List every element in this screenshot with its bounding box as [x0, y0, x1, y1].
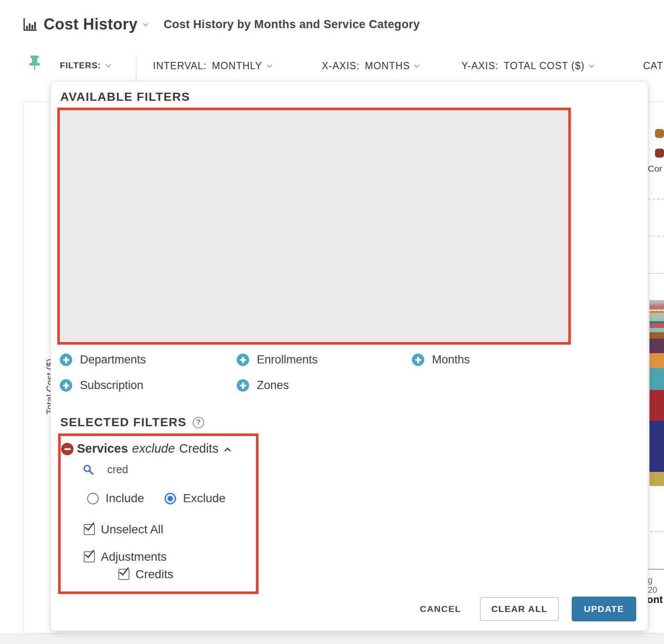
adjustments-row: Adjustments [84, 550, 167, 564]
x-axis-label: X-AXIS: [322, 60, 360, 72]
bar-segment [649, 332, 664, 339]
unselect-all-label[interactable]: Unselect All [101, 523, 163, 536]
filters-dropdown[interactable]: FILTERS: [60, 61, 110, 70]
bar-segment [649, 300, 664, 304]
legend-swatch [655, 129, 664, 138]
report-subtitle: Cost History by Months and Service Categ… [164, 18, 420, 31]
categories-label-truncated: CAT [643, 60, 663, 72]
bar-segment [649, 313, 664, 317]
chart-gridline [648, 273, 664, 274]
chevron-down-icon [106, 62, 111, 67]
help-icon[interactable] [193, 417, 204, 428]
bar-segment [649, 306, 664, 309]
exclude-radio-label[interactable]: Exclude [183, 492, 226, 505]
adjustments-label[interactable]: Adjustments [101, 550, 167, 564]
bar-segment [649, 317, 664, 321]
x-tick-label-fragment: g 20 [648, 575, 664, 595]
chevron-up-icon[interactable] [224, 448, 231, 454]
header: Cost History Cost History by Months and … [22, 15, 420, 33]
filters-label: FILTERS: [60, 61, 101, 70]
selected-filter-value: Credits [179, 442, 218, 456]
available-filters-heading: AVAILABLE FILTERS [60, 90, 190, 104]
available-filters-dropzone-annotated [57, 108, 571, 345]
chevron-down-icon [267, 62, 272, 68]
page-title[interactable]: Cost History [44, 15, 138, 33]
filters-panel: AVAILABLE FILTERS Departments Enrollment… [50, 81, 648, 631]
filter-label: Subscription [80, 379, 144, 392]
bar-segment [649, 421, 664, 472]
selected-filters-heading: SELECTED FILTERS [60, 416, 204, 429]
x-axis-title-fragment: ont [647, 594, 663, 606]
bar-segment [649, 328, 664, 332]
page: Total Cost ($) Cor g 20 ont Cost History… [0, 0, 664, 644]
legend-label-fragment: Cor [648, 164, 662, 174]
include-exclude-radios: Include Exclude [87, 492, 239, 505]
bar-segment [649, 368, 664, 390]
credits-row: Credits [118, 568, 173, 581]
adjustments-checkbox[interactable] [84, 551, 95, 562]
add-filter-subscription[interactable]: Subscription [60, 379, 144, 392]
page-background-strip [0, 633, 664, 644]
chevron-down-icon [414, 62, 420, 68]
legend-swatch [655, 149, 664, 158]
include-radio[interactable] [87, 493, 99, 504]
filter-label: Months [432, 353, 470, 366]
add-filter-zones[interactable]: Zones [237, 379, 289, 392]
pin-icon[interactable] [28, 56, 41, 75]
selected-filter-summary[interactable]: Services exclude Credits [77, 442, 230, 456]
interval-dropdown[interactable]: INTERVAL: MONTHLY [153, 60, 271, 72]
chart-gridline-overlay [649, 310, 664, 311]
bar-segment [649, 339, 664, 353]
plus-icon [60, 379, 72, 392]
x-axis-dropdown[interactable]: X-AXIS: MONTHS [322, 60, 419, 72]
update-button[interactable]: UPDATE [572, 597, 636, 621]
service-search-input[interactable] [107, 463, 227, 476]
unselect-all-row: Unselect All [84, 523, 163, 536]
selected-filter-name: Services [77, 442, 128, 456]
filter-label: Departments [80, 353, 146, 366]
credits-checkbox[interactable] [118, 569, 129, 580]
cancel-button[interactable]: CANCEL [414, 600, 467, 618]
exclude-radio[interactable] [165, 493, 176, 504]
toolbar-divider [136, 55, 136, 80]
bar-segment [649, 353, 664, 368]
filter-label: Enrollments [257, 353, 318, 366]
interval-value: MONTHLY [212, 60, 262, 72]
include-radio-label[interactable]: Include [106, 492, 144, 505]
unselect-all-checkbox[interactable] [84, 524, 95, 535]
chart-gridline [648, 199, 664, 199]
plus-icon [237, 379, 249, 392]
plus-icon [60, 354, 72, 366]
plus-icon [237, 354, 249, 366]
interval-label: INTERVAL: [153, 60, 207, 72]
add-filter-enrollments[interactable]: Enrollments [237, 353, 318, 366]
bar-chart-icon [22, 17, 38, 32]
y-axis-dropdown[interactable]: Y-AXIS: TOTAL COST ($) [461, 60, 593, 72]
bar-segment [649, 390, 664, 421]
clear-all-button[interactable]: CLEAR ALL [480, 597, 559, 621]
service-search [82, 463, 227, 476]
chevron-down-icon [589, 62, 594, 68]
chart-gridline [650, 531, 664, 532]
x-axis-value: MONTHS [365, 60, 410, 72]
stacked-bar [649, 300, 664, 486]
available-filters-heading-text: AVAILABLE FILTERS [60, 90, 190, 104]
toolbar: FILTERS: INTERVAL: MONTHLY X-AXIS: MONTH… [0, 55, 664, 80]
panel-footer: CANCEL CLEAR ALL UPDATE [51, 597, 636, 621]
selected-filters-heading-text: SELECTED FILTERS [60, 416, 187, 429]
filter-label: Zones [257, 379, 289, 392]
add-filter-months[interactable]: Months [412, 353, 470, 366]
add-filter-departments[interactable]: Departments [60, 353, 146, 366]
bar-segment [649, 472, 664, 486]
chart-gridline [648, 236, 664, 237]
search-icon [82, 464, 94, 476]
y-axis-value: TOTAL COST ($) [504, 60, 585, 72]
bar-segment [649, 324, 664, 328]
selected-filter-operator: exclude [132, 442, 175, 456]
chevron-down-icon[interactable] [143, 21, 148, 26]
credits-label[interactable]: Credits [135, 568, 173, 581]
remove-filter-icon[interactable] [61, 443, 73, 455]
y-axis-label: Y-AXIS: [461, 60, 499, 72]
chart-x-axis [648, 569, 664, 570]
categories-dropdown[interactable]: CAT [643, 60, 663, 72]
